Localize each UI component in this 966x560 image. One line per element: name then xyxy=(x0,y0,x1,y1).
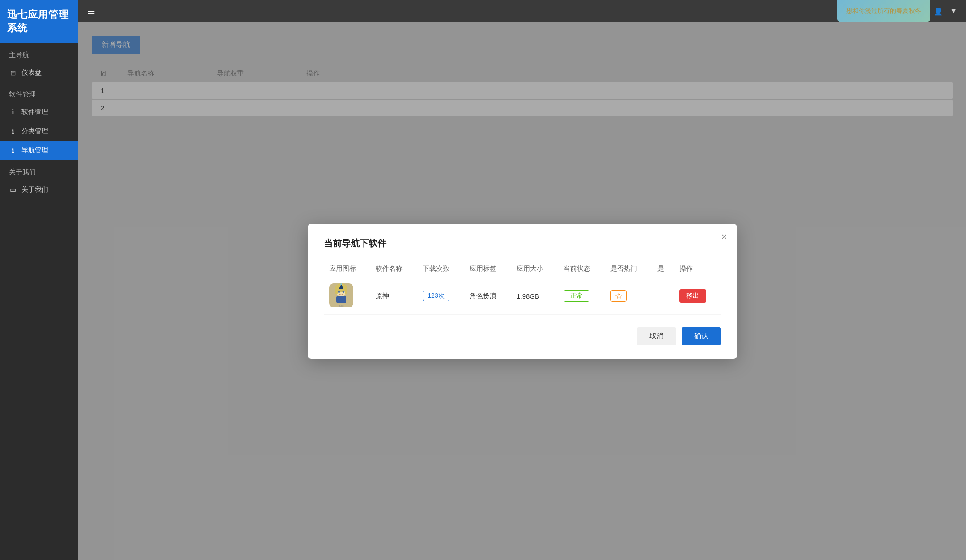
status-badge: 正常 xyxy=(564,290,589,302)
sidebar-section-software: 软件管理 xyxy=(0,82,78,102)
dialog-footer: 取消 确认 xyxy=(324,327,721,345)
sidebar-item-software[interactable]: ℹ 软件管理 xyxy=(0,102,78,122)
svg-rect-2 xyxy=(336,296,346,303)
sidebar: 迅七应用管理系统 主导航 ⊞ 仪表盘 软件管理 ℹ 软件管理 ℹ 分类管理 ℹ … xyxy=(0,0,78,560)
sidebar-section-main: 主导航 xyxy=(0,43,78,63)
monitor-icon: ▭ xyxy=(9,186,17,194)
info-icon-nav: ℹ xyxy=(9,147,17,155)
user-icon[interactable]: 👤 xyxy=(934,7,943,16)
col-hot: 是否热门 xyxy=(605,260,652,278)
app-tag: 角色扮演 xyxy=(470,292,496,299)
content-area: 新增导航 id 导航名称 导航权重 操作 1 2 当前导航下软件 × xyxy=(78,22,966,560)
col-downloads: 下载次数 xyxy=(417,260,464,278)
action-cell: 移出 xyxy=(674,278,721,314)
sidebar-logo: 迅七应用管理系统 xyxy=(0,0,78,43)
topbar-right: 👤 ▼ xyxy=(934,7,957,16)
sidebar-item-category-label: 分类管理 xyxy=(21,127,48,135)
dialog-title: 当前导航下软件 xyxy=(324,237,721,249)
sidebar-section-about: 关于我们 xyxy=(0,160,78,180)
dialog-table-row: nuko 原神 123次 角色扮演 xyxy=(324,278,721,314)
status-cell: 正常 xyxy=(558,278,605,314)
software-name-cell: 原神 xyxy=(370,278,417,314)
app-icon-cell: nuko xyxy=(324,278,371,314)
dialog-close-button[interactable]: × xyxy=(721,232,727,242)
svg-rect-4 xyxy=(335,288,338,294)
dropdown-icon[interactable]: ▼ xyxy=(950,7,957,15)
svg-text:nuko: nuko xyxy=(339,304,343,307)
col-status: 当前状态 xyxy=(558,260,605,278)
sidebar-item-dashboard[interactable]: ⊞ 仪表盘 xyxy=(0,63,78,82)
sidebar-item-software-label: 软件管理 xyxy=(21,108,48,116)
sidebar-item-nav[interactable]: ℹ 导航管理 xyxy=(0,141,78,160)
modal-overlay: 当前导航下软件 × 应用图标 软件名称 下载次数 应用标签 应用大小 当前状态 … xyxy=(78,22,966,560)
app-size: 1.98GB xyxy=(517,292,539,300)
menu-icon[interactable]: ☰ xyxy=(87,6,95,17)
topbar-banner: 想和你漫过所有的春夏秋冬 xyxy=(837,0,930,22)
svg-rect-5 xyxy=(345,288,347,294)
col-app-icon: 应用图标 xyxy=(324,260,371,278)
dialog-table: 应用图标 软件名称 下载次数 应用标签 应用大小 当前状态 是否热门 是 操作 xyxy=(324,260,721,315)
app-tag-cell: 角色扮演 xyxy=(464,278,511,314)
col-extra: 是 xyxy=(652,260,674,278)
sidebar-item-dashboard-label: 仪表盘 xyxy=(21,68,42,77)
downloads-badge: 123次 xyxy=(423,291,449,301)
col-software-name: 软件名称 xyxy=(370,260,417,278)
sidebar-item-about-label: 关于我们 xyxy=(21,185,48,194)
svg-point-7 xyxy=(340,283,342,285)
software-name: 原神 xyxy=(376,292,389,299)
remove-button[interactable]: 移出 xyxy=(679,289,706,303)
confirm-button[interactable]: 确认 xyxy=(682,327,721,345)
banner-text: 想和你漫过所有的春夏秋冬 xyxy=(846,7,921,15)
svg-point-9 xyxy=(342,291,344,293)
app-icon-image: nuko xyxy=(329,283,353,307)
info-icon-software: ℹ xyxy=(9,108,17,116)
cancel-button[interactable]: 取消 xyxy=(637,327,676,345)
col-app-size: 应用大小 xyxy=(511,260,558,278)
svg-point-8 xyxy=(338,291,340,293)
dialog: 当前导航下软件 × 应用图标 软件名称 下载次数 应用标签 应用大小 当前状态 … xyxy=(308,224,737,359)
info-icon-category: ℹ xyxy=(9,127,17,135)
sidebar-item-nav-label: 导航管理 xyxy=(21,146,48,155)
sidebar-item-about[interactable]: ▭ 关于我们 xyxy=(0,180,78,199)
grid-icon: ⊞ xyxy=(9,69,17,77)
app-size-cell: 1.98GB xyxy=(511,278,558,314)
downloads-cell: 123次 xyxy=(417,278,464,314)
col-app-tag: 应用标签 xyxy=(464,260,511,278)
hot-badge: 否 xyxy=(610,290,627,302)
extra-cell xyxy=(652,278,674,314)
main-area: ☰ 想和你漫过所有的春夏秋冬 👤 ▼ 新增导航 id 导航名称 导航权重 操作 … xyxy=(78,0,966,560)
col-action: 操作 xyxy=(674,260,721,278)
dialog-table-header-row: 应用图标 软件名称 下载次数 应用标签 应用大小 当前状态 是否热门 是 操作 xyxy=(324,260,721,278)
topbar: ☰ 想和你漫过所有的春夏秋冬 👤 ▼ xyxy=(78,0,966,22)
sidebar-item-category[interactable]: ℹ 分类管理 xyxy=(0,122,78,141)
hot-cell: 否 xyxy=(605,278,652,314)
